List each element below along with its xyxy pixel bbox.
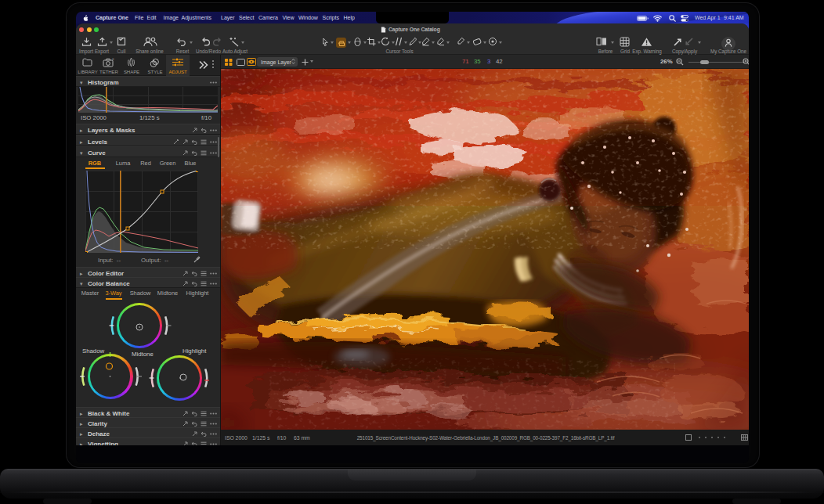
svg-text:0: 0 [112, 58, 114, 61]
